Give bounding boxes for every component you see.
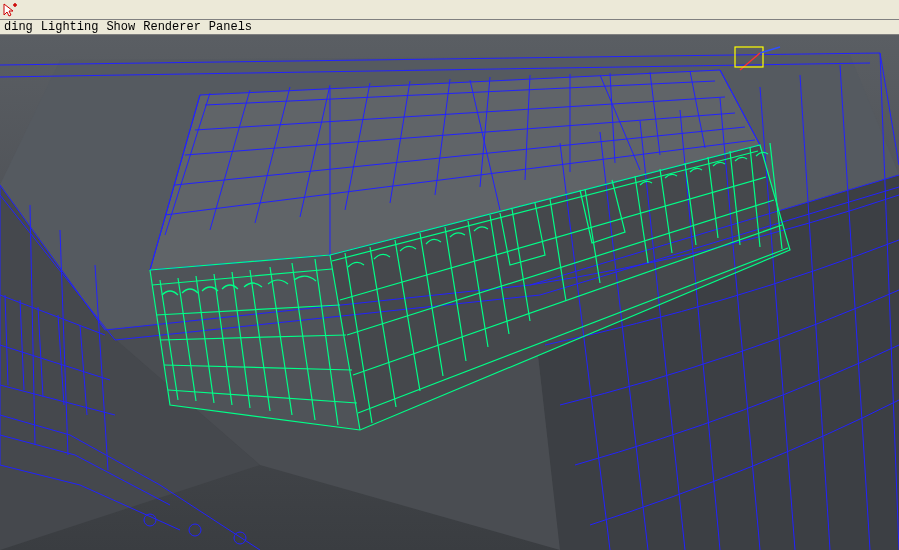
perspective-viewport[interactable] <box>0 35 899 550</box>
top-toolbar <box>0 0 899 20</box>
menu-item-lighting[interactable]: Lighting <box>37 20 103 34</box>
menu-item-panels[interactable]: Panels <box>205 20 256 34</box>
select-tool-icon[interactable] <box>2 2 18 18</box>
svg-point-45 <box>234 532 246 544</box>
svg-point-44 <box>189 524 201 536</box>
svg-marker-5 <box>150 255 360 430</box>
menu-item-renderer[interactable]: Renderer <box>139 20 205 34</box>
viewport-menu-bar: ding Lighting Show Renderer Panels <box>0 20 899 35</box>
svg-point-43 <box>144 514 156 526</box>
wireframe-model <box>0 35 899 550</box>
menu-item-shading[interactable]: ding <box>0 20 37 34</box>
menu-item-show[interactable]: Show <box>102 20 139 34</box>
